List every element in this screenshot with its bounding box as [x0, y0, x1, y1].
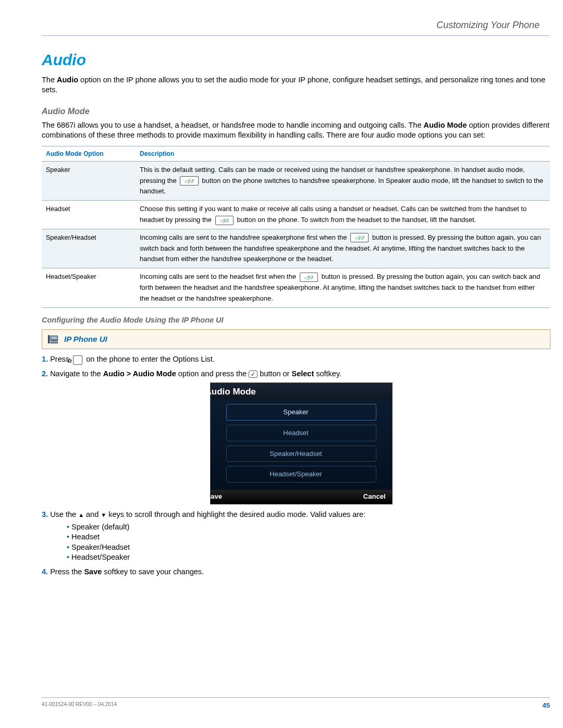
- screen-option-headset-speaker: Headset/Speaker: [226, 466, 376, 483]
- speaker-handsfree-key-icon: [180, 176, 198, 186]
- table-row: Speaker/Headset Incoming calls are sent …: [42, 229, 550, 268]
- cell-description: Incoming calls are sent to the handsfree…: [136, 229, 550, 268]
- step-3: 3. Use the ▲ and ▼ keys to scroll throug…: [42, 510, 550, 563]
- softkey-save: Save: [217, 492, 222, 501]
- page-number: 45: [543, 701, 550, 710]
- text: option on the IP phone allows you to set…: [42, 76, 545, 94]
- ip-phone-icon: [47, 334, 59, 344]
- cell-option: Speaker/Headset: [42, 229, 136, 268]
- steps-list: 1. Press on the phone to enter the Optio…: [42, 354, 550, 577]
- text: and: [84, 510, 101, 519]
- down-arrow-key-icon: ▼: [101, 512, 106, 518]
- speaker-handsfree-key-icon: [300, 273, 318, 282]
- softkey-cancel: Cancel: [374, 492, 386, 501]
- screen-option-headset: Headset: [226, 425, 376, 441]
- cell-option: Speaker: [42, 161, 136, 200]
- text-bold: Select: [291, 369, 314, 378]
- text: Press the: [50, 567, 84, 576]
- list-item: Speaker/Headset: [67, 542, 550, 553]
- text-bold: Audio > Audio Mode: [103, 369, 176, 378]
- step-number: 1.: [42, 355, 48, 363]
- page-header-section: Customizing Your Phone: [42, 19, 550, 35]
- col-description: Description: [136, 146, 550, 161]
- intro-paragraph: The Audio option on the IP phone allows …: [42, 75, 550, 95]
- cell-description: This is the default setting. Calls can b…: [136, 161, 550, 200]
- step-number: 3.: [42, 510, 48, 519]
- text: keys to scroll through and highlight the…: [106, 510, 365, 519]
- heading-configuring: Configuring the Audio Mode Using the IP …: [42, 315, 550, 326]
- heading-audio-mode: Audio Mode: [42, 106, 550, 117]
- table-row: Headset Choose this setting if you want …: [42, 201, 550, 229]
- text-bold: Audio: [57, 76, 78, 84]
- table-row: Headset/Speaker Incoming calls are sent …: [42, 268, 550, 307]
- text: button on the phone switches to handsfre…: [140, 177, 543, 195]
- text: option and press the: [176, 369, 249, 378]
- cell-description: Incoming calls are sent to the headset f…: [136, 268, 550, 307]
- screen-option-speaker: Speaker: [226, 404, 376, 421]
- list-item: Headset/Speaker: [67, 552, 550, 563]
- valid-values-list: Speaker (default) Headset Speaker/Headse…: [52, 522, 550, 563]
- text: on the phone to enter the Options List.: [84, 355, 215, 363]
- cell-description: Choose this setting if you want to make …: [136, 201, 550, 229]
- options-gear-key-icon: [73, 355, 82, 365]
- col-option: Audio Mode Option: [42, 146, 136, 161]
- screen-title: Audio Mode: [211, 383, 392, 400]
- text: softkey.: [314, 369, 341, 378]
- phone-screenshot: Audio Mode Speaker Headset Speaker/Heads…: [210, 382, 393, 505]
- up-arrow-key-icon: ▲: [78, 512, 84, 518]
- header-rule: [42, 35, 550, 36]
- list-item: Headset: [67, 532, 550, 542]
- text: The 6867i allows you to use a handset, a…: [42, 121, 423, 129]
- speaker-handsfree-key-icon: [215, 216, 234, 225]
- audio-mode-paragraph: The 6867i allows you to use a handset, a…: [42, 120, 550, 141]
- text: The: [42, 76, 57, 84]
- speaker-handsfree-key-icon: [350, 233, 369, 242]
- page-footer: 41-001524-00 REV00 – 04.2014 45: [42, 697, 550, 710]
- step-number: 4.: [42, 567, 48, 576]
- cell-option: Headset: [42, 201, 136, 229]
- screen-option-speaker-headset: Speaker/Headset: [226, 446, 376, 462]
- svg-rect-1: [51, 337, 57, 340]
- text-bold: Audio Mode: [423, 121, 467, 129]
- heading-audio: Audio: [42, 50, 550, 71]
- table-header-row: Audio Mode Option Description: [42, 146, 550, 161]
- text-bold: Save: [84, 567, 102, 576]
- step-2: 2. Navigate to the Audio > Audio Mode op…: [42, 369, 550, 504]
- select-check-key-icon: ✓: [249, 371, 258, 378]
- text: Incoming calls are sent to the handsfree…: [140, 233, 349, 241]
- step-4: 4. Press the Save softkey to save your c…: [42, 567, 550, 577]
- ip-phone-ui-banner: IP Phone UI: [42, 329, 550, 349]
- doc-id: 41-001524-00 REV00 – 04.2014: [42, 701, 117, 710]
- table-row: Speaker This is the default setting. Cal…: [42, 161, 550, 200]
- text: button or: [258, 369, 291, 378]
- ip-phone-ui-label: IP Phone UI: [64, 334, 107, 344]
- cell-option: Headset/Speaker: [42, 268, 136, 307]
- text: Use the: [50, 510, 78, 519]
- screen-body: Speaker Headset Speaker/Headset Headset/…: [211, 400, 392, 489]
- audio-mode-table: Audio Mode Option Description Speaker Th…: [42, 146, 550, 308]
- svg-rect-2: [48, 335, 50, 344]
- text: Navigate to the: [50, 369, 103, 378]
- text: softkey to save your changes.: [102, 567, 204, 576]
- screen-softkeys: Save Cancel: [211, 490, 392, 504]
- list-item: Speaker (default): [67, 522, 550, 533]
- step-number: 2.: [42, 369, 48, 378]
- text: button on the phone. To switch from the …: [235, 216, 476, 224]
- svg-rect-3: [51, 342, 58, 344]
- text: Incoming calls are sent to the headset f…: [140, 273, 298, 280]
- step-1: 1. Press on the phone to enter the Optio…: [42, 354, 550, 365]
